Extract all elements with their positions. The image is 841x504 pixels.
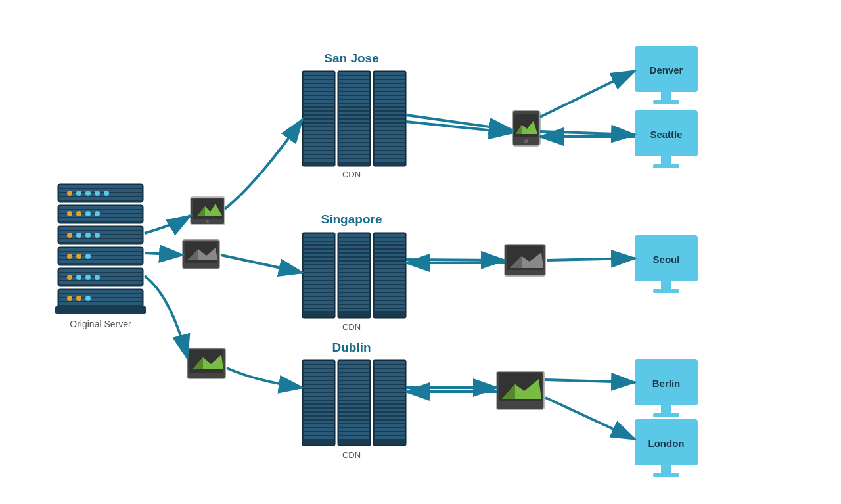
svg-point-50 [67,296,72,301]
svg-rect-222 [304,413,334,415]
svg-rect-166 [339,234,369,237]
svg-rect-49 [59,302,142,305]
svg-point-35 [67,254,72,259]
svg-point-52 [85,296,91,301]
svg-rect-164 [304,305,334,308]
svg-point-45 [95,275,100,280]
svg-rect-88 [304,135,334,138]
svg-rect-200 [375,289,405,292]
svg-rect-185 [339,309,369,311]
svg-rect-181 [339,293,369,296]
svg-rect-159 [304,285,334,288]
svg-rect-192 [375,258,405,260]
svg-rect-103 [339,100,369,103]
svg-rect-191 [375,254,405,256]
svg-rect-198 [375,281,405,284]
svg-rect-173 [339,262,369,264]
routing-icon-san-jose [191,197,225,225]
svg-rect-92 [304,151,334,154]
seoul-monitor: Seoul [635,235,698,293]
svg-rect-128 [375,104,405,106]
routing-icon-singapore-right [505,244,545,276]
svg-rect-155 [304,269,334,272]
svg-rect-240 [339,405,369,407]
svg-rect-214 [304,381,334,384]
svg-rect-293 [653,289,679,293]
svg-rect-134 [375,127,405,130]
singapore-cdn: Singapore [302,212,406,332]
svg-point-42 [67,275,72,280]
svg-rect-175 [339,269,369,272]
svg-rect-137 [375,139,405,142]
svg-rect-141 [375,155,405,158]
svg-rect-15 [59,206,142,209]
svg-rect-252 [375,373,405,376]
svg-rect-163 [304,301,334,304]
svg-rect-210 [304,365,334,368]
svg-rect-290 [653,164,679,168]
svg-rect-229 [339,361,369,364]
svg-rect-81 [304,108,334,110]
svg-rect-228 [304,436,334,439]
svg-rect-41 [59,281,142,284]
svg-rect-123 [375,84,405,87]
original-server: Original Server [55,184,146,329]
svg-rect-97 [339,76,369,79]
svg-point-59 [206,220,209,223]
svg-rect-287 [653,100,679,104]
berlin-label: Berlin [652,378,681,389]
svg-rect-193 [375,262,405,264]
svg-rect-171 [339,254,369,256]
svg-rect-244 [339,421,369,423]
svg-point-36 [76,254,81,259]
svg-rect-167 [339,238,369,241]
svg-point-44 [85,275,91,280]
svg-point-30 [95,233,100,238]
svg-rect-196 [375,273,405,276]
seoul-label: Seoul [653,254,680,265]
svg-rect-217 [304,393,334,396]
svg-rect-132 [375,120,405,122]
svg-rect-238 [339,397,369,400]
svg-rect-205 [375,309,405,311]
svg-rect-224 [304,421,334,423]
svg-point-21 [85,211,91,216]
svg-rect-90 [304,143,334,146]
svg-rect-91 [304,147,334,150]
svg-rect-109 [339,124,369,126]
svg-rect-183 [339,301,369,304]
svg-point-14 [104,191,109,196]
svg-rect-78 [304,96,334,99]
svg-rect-221 [304,409,334,411]
svg-rect-107 [339,116,369,118]
svg-rect-96 [339,72,369,75]
svg-rect-243 [339,417,369,419]
seattle-label: Seattle [650,129,682,140]
svg-rect-223 [304,417,334,419]
svg-rect-219 [304,401,334,403]
svg-point-19 [67,211,72,216]
svg-rect-255 [375,385,405,388]
dublin-cdn: Dublin [302,340,406,460]
svg-point-10 [67,191,72,196]
svg-rect-160 [304,289,334,292]
svg-rect-113 [339,139,369,142]
svg-rect-259 [375,401,405,403]
svg-rect-233 [339,377,369,380]
seattle-monitor: Seattle [635,110,698,168]
svg-rect-194 [375,265,405,268]
routing-icon-singapore [183,240,219,269]
svg-rect-165 [304,309,334,311]
svg-rect-73 [304,76,334,79]
svg-rect-246 [339,428,369,431]
svg-point-13 [95,191,100,196]
svg-rect-245 [339,424,369,427]
svg-point-51 [76,296,81,301]
san-jose-title: San Jose [324,51,378,65]
svg-rect-112 [339,135,369,138]
san-jose-cdn-label: CDN [342,170,361,179]
svg-rect-94 [304,159,334,162]
svg-rect-174 [339,265,369,268]
svg-rect-268 [375,436,405,439]
svg-rect-258 [375,397,405,400]
